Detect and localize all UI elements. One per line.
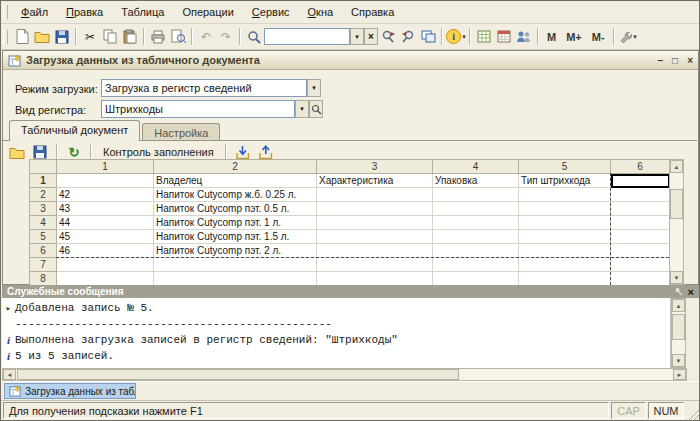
table-cell[interactable] <box>317 244 433 258</box>
table-cell[interactable] <box>611 202 670 216</box>
table-cell[interactable] <box>57 272 154 286</box>
message-line[interactable]: ▸ Добавлена запись № 5. <box>2 300 670 316</box>
row-header[interactable]: 4 <box>30 216 57 230</box>
row-header[interactable]: 5 <box>30 230 57 244</box>
message-line[interactable]: i Выполнена загрузка записей в регистр с… <box>2 332 670 348</box>
table-cell[interactable] <box>317 188 433 202</box>
menu-table[interactable]: Таблица <box>112 3 173 22</box>
message-line[interactable]: ----------------------------------------… <box>2 316 670 332</box>
load-mode-combobox[interactable]: Загрузка в регистр сведений ▾ <box>101 79 321 97</box>
table-cell[interactable]: 42 <box>57 188 154 202</box>
scroll-up-button[interactable]: ▲ <box>672 299 685 312</box>
search-dropdown-button[interactable]: ▾ <box>350 28 364 45</box>
message-line[interactable]: i 5 из 5 записей. <box>2 348 670 364</box>
find-prev-button[interactable] <box>398 27 418 47</box>
table-cell[interactable] <box>433 258 519 272</box>
maximize-button[interactable]: □ <box>672 55 678 66</box>
table-corner[interactable] <box>30 160 57 174</box>
col-header[interactable]: 2 <box>154 160 317 174</box>
taskbar-window-button[interactable]: Загрузка данных из таблич... <box>4 383 136 399</box>
scroll-down-button[interactable]: ▼ <box>670 271 683 284</box>
table-cell[interactable]: Тип штрихкода <box>519 174 611 188</box>
calendar-button[interactable] <box>494 27 514 47</box>
col-header[interactable]: 4 <box>433 160 519 174</box>
table-cell[interactable] <box>611 216 670 230</box>
table-cell[interactable]: 45 <box>57 230 154 244</box>
undo-button[interactable]: ↶ <box>196 27 216 47</box>
table-cell[interactable]: Характеристика <box>317 174 433 188</box>
search-input[interactable] <box>264 28 350 45</box>
col-header[interactable]: 1 <box>57 160 154 174</box>
register-kind-select-button[interactable] <box>309 100 323 118</box>
col-header[interactable]: 3 <box>317 160 433 174</box>
menu-operations[interactable]: Операции <box>173 3 242 22</box>
table-cell[interactable] <box>317 216 433 230</box>
scrollbar-thumb[interactable] <box>672 314 685 340</box>
redo-button[interactable]: ↷ <box>216 27 236 47</box>
table-cell[interactable] <box>433 230 519 244</box>
calc-m-minus-button[interactable]: M- <box>587 29 610 45</box>
table-cell[interactable] <box>519 244 611 258</box>
new-document-button[interactable] <box>12 27 32 47</box>
table-cell[interactable]: 44 <box>57 216 154 230</box>
register-kind-field[interactable]: Штрихкоды ▾ <box>101 100 323 118</box>
table-cell[interactable] <box>433 216 519 230</box>
table-cell[interactable] <box>519 202 611 216</box>
table-cell[interactable]: Напиток Cutycomp пэт. 1.5 л. <box>154 230 317 244</box>
scrollbar-thumb[interactable] <box>670 189 683 219</box>
load-mode-value[interactable]: Загрузка в регистр сведений <box>101 79 307 97</box>
table-cell[interactable] <box>154 258 317 272</box>
table-cell[interactable] <box>317 230 433 244</box>
table-cell[interactable] <box>433 202 519 216</box>
open-file-button[interactable] <box>32 27 52 47</box>
table-cell[interactable] <box>519 230 611 244</box>
table-cell[interactable] <box>433 188 519 202</box>
row-header[interactable]: 8 <box>30 272 57 286</box>
tab-settings[interactable]: Настройка <box>142 123 220 141</box>
table-cell[interactable] <box>611 230 670 244</box>
table-cell[interactable] <box>611 258 670 272</box>
table-cell[interactable] <box>57 174 154 188</box>
scroll-up-button[interactable]: ▲ <box>670 160 683 173</box>
show-board-button[interactable] <box>474 27 494 47</box>
menu-edit[interactable]: Правка <box>57 3 112 22</box>
print-preview-button[interactable] <box>168 27 188 47</box>
table-cell[interactable] <box>154 272 317 286</box>
calc-m-plus-button[interactable]: M+ <box>561 29 587 45</box>
window-title-bar[interactable]: Загрузка данных из табличного документа … <box>3 51 698 70</box>
row-header[interactable]: 7 <box>30 258 57 272</box>
print-button[interactable] <box>148 27 168 47</box>
windows-list-button[interactable] <box>418 27 438 47</box>
menu-help[interactable]: Справка <box>342 3 403 22</box>
col-header[interactable]: 5 <box>519 160 611 174</box>
table-cell[interactable] <box>317 258 433 272</box>
info-button[interactable]: i▾ <box>446 27 466 47</box>
open-spreadsheet-button[interactable] <box>7 142 27 162</box>
table-cell[interactable]: Упаковка <box>433 174 519 188</box>
tab-spreadsheet-document[interactable]: Табличный документ <box>9 120 140 141</box>
minimize-button[interactable]: – <box>658 55 664 66</box>
calc-m-button[interactable]: M <box>542 29 561 45</box>
find-button[interactable] <box>244 27 264 47</box>
scroll-down-button[interactable]: ▼ <box>672 354 685 367</box>
row-header[interactable]: 6 <box>30 244 57 258</box>
table-cell[interactable]: Напиток Cutycomp пэт. 0.5 л. <box>154 202 317 216</box>
load-mode-dropdown-button[interactable]: ▾ <box>307 79 321 97</box>
table-cell[interactable]: Напиток Cutycomp ж.б. 0.25 л. <box>154 188 317 202</box>
active-users-button[interactable] <box>514 27 534 47</box>
scrollbar-thumb[interactable] <box>17 369 459 380</box>
selected-cell[interactable] <box>611 174 670 188</box>
pin-icon[interactable] <box>674 287 683 296</box>
table-cell[interactable] <box>433 272 519 286</box>
close-messages-button[interactable]: × <box>688 286 694 298</box>
toolbar-grip[interactable] <box>3 30 8 44</box>
table-cell[interactable] <box>317 202 433 216</box>
menu-file[interactable]: Файл <box>12 3 57 22</box>
search-clear-button[interactable]: × <box>364 28 378 45</box>
table-cell[interactable] <box>611 188 670 202</box>
table-cell[interactable] <box>433 244 519 258</box>
table-cell[interactable] <box>519 216 611 230</box>
table-cell[interactable]: 43 <box>57 202 154 216</box>
table-cell[interactable] <box>317 272 433 286</box>
table-cell[interactable]: Напиток Cutycomp пэт. 1 л. <box>154 216 317 230</box>
